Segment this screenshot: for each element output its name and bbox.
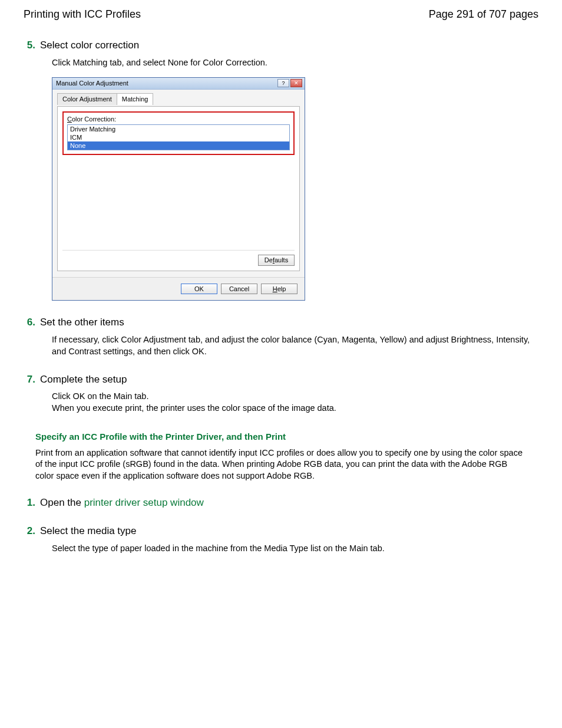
section-description: Print from an application software that …	[35, 447, 527, 482]
ok-button[interactable]: OK	[181, 284, 217, 295]
color-correction-mnemonic: C	[67, 116, 72, 123]
step-number: 1.	[24, 496, 35, 510]
step-7: 7. Complete the setup Click OK on the Ma…	[24, 373, 538, 414]
step-number: 7.	[24, 373, 35, 387]
defaults-button[interactable]: Defaults	[258, 255, 295, 266]
help-button[interactable]: Help	[261, 284, 297, 295]
dialog-title: Manual Color Adjustment	[56, 79, 128, 88]
listbox-option[interactable]: ICM	[68, 133, 289, 141]
color-correction-label-rest: olor Correction:	[72, 116, 116, 123]
section-heading: Specify an ICC Profile with the Printer …	[35, 431, 538, 443]
help-mnemonic: H	[273, 285, 277, 292]
tab-color-adjustment[interactable]: Color Adjustment	[57, 93, 117, 105]
close-window-button[interactable]: ✕	[290, 79, 302, 87]
printer-driver-setup-link[interactable]: printer driver setup window	[84, 497, 204, 508]
help-rest: elp	[277, 285, 286, 292]
step-6: 6. Set the other items If necessary, cli…	[24, 316, 538, 357]
step-5: 5. Select color correction Click Matchin…	[24, 39, 538, 301]
color-correction-label: Color Correction:	[67, 115, 290, 124]
matching-tab-panel: Color Correction: Driver Matching ICM No…	[57, 106, 300, 271]
step-body: Click Matching tab, and select None for …	[52, 57, 538, 69]
step-title: Open the printer driver setup window	[40, 496, 204, 510]
color-correction-highlight: Color Correction: Driver Matching ICM No…	[62, 111, 295, 156]
defaults-post: aults	[275, 256, 288, 263]
listbox-option-selected[interactable]: None	[68, 141, 289, 150]
step-number: 6.	[24, 316, 35, 330]
dialog-titlebar: Manual Color Adjustment ? ✕	[52, 78, 305, 90]
step-title: Set the other items	[40, 316, 124, 330]
step-2: 2. Select the media type Select the type…	[24, 525, 538, 555]
step-body: Select the type of paper loaded in the m…	[52, 543, 538, 555]
step-title: Complete the setup	[40, 373, 127, 387]
page-indicator: Page 291 of 707 pages	[429, 7, 538, 21]
defaults-pre: De	[265, 256, 273, 263]
step-1: 1. Open the printer driver setup window	[24, 496, 538, 510]
page-title: Printing with ICC Profiles	[24, 7, 141, 21]
help-window-button[interactable]: ?	[277, 79, 289, 87]
step-title-prefix: Open the	[40, 497, 84, 508]
color-correction-listbox[interactable]: Driver Matching ICM None	[67, 124, 290, 150]
tab-matching[interactable]: Matching	[117, 93, 154, 105]
step-title: Select the media type	[40, 525, 136, 538]
step-title: Select color correction	[40, 39, 139, 52]
listbox-option[interactable]: Driver Matching	[68, 125, 289, 133]
manual-color-adjustment-dialog: Manual Color Adjustment ? ✕ Color Adjust…	[52, 77, 305, 301]
cancel-button[interactable]: Cancel	[221, 284, 257, 295]
step-body: Click OK on the Main tab. When you execu…	[52, 391, 538, 414]
step-number: 2.	[24, 525, 35, 538]
step-number: 5.	[24, 39, 35, 52]
step-body: If necessary, click Color Adjustment tab…	[52, 334, 538, 357]
